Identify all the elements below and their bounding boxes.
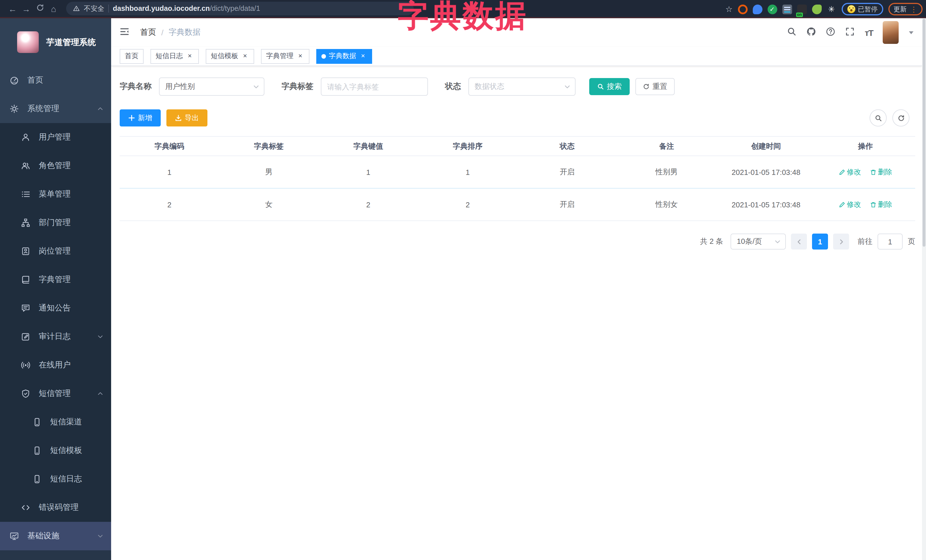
cell-label: 男 [219, 156, 319, 188]
sidebar-item-audit-log[interactable]: 审计日志 [0, 323, 111, 351]
trash-icon [870, 169, 876, 175]
extensions-paused-pill[interactable]: 已暂停 [841, 3, 883, 15]
goto-page-input[interactable] [878, 234, 903, 249]
extension-icon-blue-drop[interactable] [752, 4, 762, 14]
tab-dict-data[interactable]: 字典数据× [316, 49, 372, 63]
delete-link[interactable]: 删除 [870, 167, 892, 177]
phone-icon [32, 474, 42, 484]
tab-home[interactable]: 首页 [120, 49, 144, 63]
github-link[interactable] [806, 27, 816, 38]
sidebar-item-sms-management[interactable]: 短信管理 [0, 379, 111, 408]
toggle-search-button[interactable] [870, 109, 887, 127]
export-button[interactable]: 导出 [166, 109, 207, 127]
header-search-button[interactable] [787, 27, 797, 38]
tab-sms-log[interactable]: 短信日志× [150, 49, 199, 63]
export-button-label: 导出 [185, 113, 199, 123]
home-icon: ⌂ [51, 4, 56, 14]
chevron-down-icon [775, 238, 781, 245]
search-icon [875, 114, 882, 122]
add-button[interactable]: 新增 [120, 109, 161, 127]
status-select[interactable]: 数据状态 [468, 77, 575, 96]
page-number-current[interactable]: 1 [812, 234, 828, 249]
edit-link[interactable]: 修改 [839, 167, 861, 177]
dict-tag-input[interactable] [321, 77, 428, 96]
sitemap-icon [21, 218, 30, 227]
sidebar-item-error-code[interactable]: 错误码管理 [0, 494, 111, 522]
sidebar-item-sms-log[interactable]: 短信日志 [0, 465, 111, 494]
extension-icon-snowflake[interactable]: ✳ [826, 4, 836, 14]
close-icon[interactable]: × [359, 52, 367, 60]
page-size-select[interactable]: 10条/页 [731, 234, 786, 249]
browser-reload-button[interactable] [33, 2, 47, 15]
fullscreen-button[interactable] [845, 27, 855, 38]
bookmark-star-icon[interactable]: ☆ [725, 5, 732, 14]
prev-page-button[interactable] [791, 234, 807, 249]
sidebar-item-label: 基础设施 [27, 531, 59, 541]
next-page-button[interactable] [833, 234, 849, 249]
brand-header[interactable]: 芋道管理系统 [0, 18, 111, 66]
close-icon[interactable]: × [296, 52, 304, 60]
sidebar-item-dept-management[interactable]: 部门管理 [0, 208, 111, 237]
sidebar-item-post-management[interactable]: 岗位管理 [0, 237, 111, 266]
forward-icon: → [22, 4, 30, 14]
tab-sms-template[interactable]: 短信模板× [206, 49, 254, 63]
sidebar-item-system-management[interactable]: 系统管理 [0, 95, 111, 123]
page-scrollbar[interactable] [922, 18, 926, 560]
cell-actions: 修改 删除 [816, 188, 915, 221]
avatar[interactable] [883, 21, 899, 44]
cell-value: 2 [319, 188, 418, 221]
table-row[interactable]: 2 女 2 2 开启 性别女 2021-01-05 17:03:48 修改 删除 [120, 188, 915, 221]
caret-down-icon[interactable] [908, 30, 914, 35]
delete-link-label: 删除 [878, 167, 892, 177]
chevron-down-icon [253, 83, 259, 90]
sidebar-item-home[interactable]: 首页 [0, 66, 111, 95]
browser-back-button[interactable]: ← [6, 2, 20, 15]
url-path: /dict/type/data/1 [210, 5, 260, 12]
scrollbar-thumb[interactable] [923, 19, 925, 247]
edit-link[interactable]: 修改 [839, 200, 861, 209]
extension-icon-orange[interactable] [738, 4, 747, 14]
reset-button[interactable]: 重置 [635, 78, 675, 95]
sidebar-item-online-users[interactable]: 在线用户 [0, 351, 111, 379]
refresh-icon [643, 83, 650, 90]
close-icon[interactable]: × [186, 52, 194, 60]
url-bar[interactable]: 不安全 dashboard.yudao.iocoder.cn/dict/type… [66, 2, 414, 15]
cell-remark: 性别女 [617, 188, 716, 221]
search-button[interactable]: 搜索 [589, 78, 630, 95]
sidebar-item-sms-template[interactable]: 短信模板 [0, 436, 111, 465]
extension-icon-green-check[interactable]: ✓ [767, 4, 777, 14]
url-domain: dashboard.yudao.iocoder.cn [113, 5, 210, 12]
edit-square-icon [21, 332, 30, 341]
sidebar-item-notice[interactable]: 通知公告 [0, 294, 111, 323]
close-icon[interactable]: × [241, 52, 249, 60]
browser-home-button[interactable]: ⌂ [47, 2, 61, 15]
extension-icon-sliders[interactable] [782, 4, 792, 14]
sidebar-collapse-button[interactable] [119, 26, 130, 39]
sidebar-item-role-management[interactable]: 角色管理 [0, 151, 111, 180]
search-button-label: 搜索 [607, 82, 622, 92]
extension-icon-switch[interactable]: on [797, 4, 806, 14]
font-size-button[interactable]: ᴛT [865, 28, 873, 37]
refresh-table-button[interactable] [893, 109, 909, 127]
help-button[interactable] [826, 27, 836, 38]
browser-menu-kebab-icon[interactable]: ⋮ [910, 5, 917, 13]
browser-forward-button[interactable]: → [20, 2, 33, 15]
extension-icon-leaf[interactable] [812, 4, 822, 14]
sidebar-item-infrastructure[interactable]: 基础设施 [0, 522, 111, 550]
sidebar-item-sms-channel[interactable]: 短信渠道 [0, 408, 111, 436]
delete-link[interactable]: 删除 [870, 200, 892, 209]
dict-name-select[interactable]: 用户性别 [159, 77, 265, 96]
browser-update-button[interactable]: 更新 ⋮ [888, 3, 923, 15]
breadcrumb-home[interactable]: 首页 [140, 27, 156, 38]
monitor-icon [10, 531, 19, 540]
security-label: 不安全 [84, 4, 104, 14]
navbar-right: ᴛT [787, 18, 914, 47]
sidebar-item-dict-management[interactable]: 字典管理 [0, 266, 111, 294]
table-row[interactable]: 1 男 1 1 开启 性别男 2021-01-05 17:03:48 修改 删除 [120, 156, 915, 188]
sidebar-item-menu-management[interactable]: 菜单管理 [0, 180, 111, 208]
phone-icon [32, 446, 42, 455]
cell-created: 2021-01-05 17:03:48 [716, 188, 816, 221]
sidebar-item-user-management[interactable]: 用户管理 [0, 123, 111, 151]
tab-dict-management[interactable]: 字典管理× [261, 49, 309, 63]
cell-code: 1 [120, 156, 219, 188]
